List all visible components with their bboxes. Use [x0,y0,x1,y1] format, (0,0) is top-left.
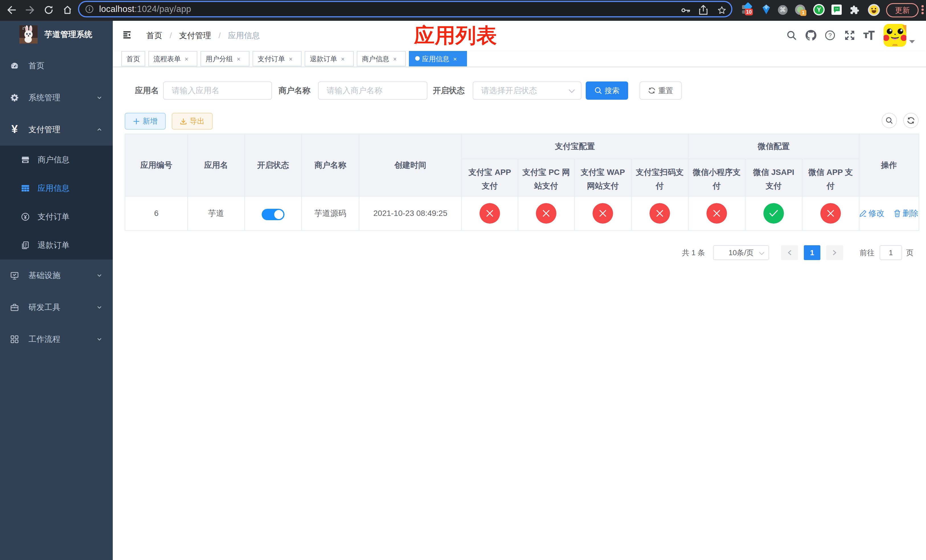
svg-text:?: ? [828,32,832,38]
